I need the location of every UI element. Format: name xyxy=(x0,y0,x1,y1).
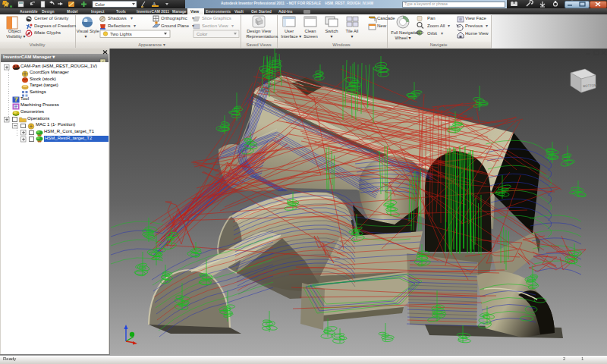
svg-text:Color: Color xyxy=(95,2,105,7)
svg-text:A: A xyxy=(153,2,156,6)
